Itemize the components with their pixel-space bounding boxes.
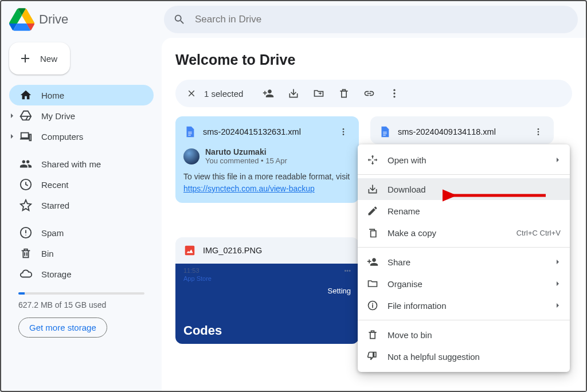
- svg-point-4: [343, 131, 345, 133]
- download-icon: [367, 183, 378, 195]
- selection-count: 1 selected: [204, 89, 243, 99]
- bin-icon: [19, 247, 32, 260]
- svg-rect-9: [185, 246, 195, 256]
- sidebar-item-bin[interactable]: Bin: [9, 243, 154, 264]
- thumb-down-icon: [367, 351, 378, 362]
- clock-icon: [19, 178, 32, 191]
- cloud-icon: [19, 268, 32, 280]
- file-more-button[interactable]: [530, 123, 547, 140]
- nav-label: Spam: [41, 228, 64, 238]
- ctx-organise[interactable]: Organise: [358, 273, 570, 295]
- comment-link[interactable]: https://synctech.com.au/view-backup: [183, 184, 315, 193]
- drive-small-icon: [19, 109, 32, 122]
- search-icon: [173, 13, 186, 26]
- nav-label: My Drive: [41, 111, 75, 121]
- avatar: [183, 148, 199, 164]
- file-card[interactable]: IMG_0216.PNG 11:53 ••• App Store Setting…: [175, 237, 359, 344]
- file-name: sms-20240409134118.xml: [398, 127, 530, 136]
- chevron-right-icon: [555, 259, 561, 265]
- logo[interactable]: Drive: [9, 8, 164, 31]
- file-icon: [378, 126, 391, 138]
- move-button[interactable]: [306, 82, 331, 105]
- comment-message: To view this file in a more readable for…: [183, 171, 351, 195]
- svg-point-6: [538, 128, 539, 130]
- preview-time: 11:53: [183, 267, 199, 274]
- app-header: Drive: [1, 1, 586, 38]
- app-title: Drive: [39, 12, 68, 27]
- shortcut: Ctrl+C Ctrl+V: [516, 229, 561, 237]
- close-icon: [186, 88, 197, 99]
- sidebar-item-my-drive[interactable]: My Drive: [9, 105, 154, 126]
- search-bar[interactable]: [164, 6, 578, 33]
- link-icon: [363, 88, 375, 99]
- ctx-move-to-bin[interactable]: Move to bin: [358, 324, 570, 346]
- chevron-right-icon: [555, 157, 561, 163]
- download-icon: [288, 88, 299, 99]
- sidebar-item-recent[interactable]: Recent: [9, 174, 154, 195]
- chevron-right-icon: [9, 134, 15, 139]
- comment-author: Naruto Uzumaki: [205, 147, 287, 156]
- ctx-rename[interactable]: Rename: [358, 200, 570, 222]
- nav-label: Home: [41, 91, 64, 100]
- folder-move-icon: [313, 88, 324, 99]
- plus-icon: [18, 52, 32, 65]
- nav-label: Starred: [41, 201, 69, 210]
- ctx-file-info[interactable]: File information: [358, 295, 570, 316]
- nav-label: Shared with me: [41, 159, 101, 169]
- info-icon: [367, 300, 378, 311]
- svg-point-3: [343, 128, 345, 130]
- file-name: IMG_0216.PNG: [203, 246, 352, 255]
- preview-appstore: App Store: [183, 275, 212, 282]
- file-more-button[interactable]: [335, 123, 352, 140]
- sidebar-item-starred[interactable]: Starred: [9, 195, 154, 215]
- pencil-icon: [367, 205, 378, 217]
- ctx-share[interactable]: Share: [358, 251, 570, 273]
- ctx-download[interactable]: Download: [358, 178, 570, 200]
- folder-icon: [367, 278, 378, 289]
- file-card[interactable]: sms-20240415132631.xml Naruto Uzumaki Yo…: [175, 116, 359, 203]
- selection-toolbar: 1 selected: [175, 80, 572, 107]
- trash-icon: [338, 88, 350, 99]
- preview-title: Codes: [183, 323, 222, 338]
- nav-label: Bin: [41, 249, 54, 258]
- open-with-icon: [367, 154, 378, 166]
- new-button[interactable]: New: [9, 42, 70, 75]
- svg-point-5: [343, 134, 345, 135]
- search-input[interactable]: [195, 14, 569, 25]
- person-add-icon: [263, 88, 274, 99]
- download-button[interactable]: [281, 82, 306, 105]
- get-more-storage-button[interactable]: Get more storage: [18, 317, 107, 338]
- file-name: sms-20240415132631.xml: [203, 127, 335, 136]
- copy-icon: [367, 227, 378, 238]
- star-icon: [19, 199, 32, 211]
- sidebar-item-spam[interactable]: Spam: [9, 222, 154, 243]
- ctx-make-copy[interactable]: Make a copy Ctrl+C Ctrl+V: [358, 222, 570, 244]
- nav-label: Computers: [41, 132, 83, 142]
- sidebar: New Home My Drive Computers: [1, 38, 162, 391]
- more-button[interactable]: [382, 82, 407, 105]
- link-button[interactable]: [357, 82, 382, 105]
- preview-settings: Setting: [328, 287, 351, 295]
- page-title: Welcome to Drive: [175, 52, 572, 68]
- person-add-icon: [367, 256, 378, 268]
- comment-sub: You commented • 15 Apr: [205, 156, 287, 165]
- sidebar-item-storage[interactable]: Storage: [9, 264, 154, 284]
- chevron-right-icon: [555, 281, 561, 287]
- delete-button[interactable]: [331, 82, 357, 105]
- sidebar-item-shared[interactable]: Shared with me: [9, 154, 154, 174]
- ctx-open-with[interactable]: Open with: [358, 149, 570, 171]
- svg-point-7: [538, 131, 539, 133]
- share-button[interactable]: [256, 82, 281, 105]
- storage-progress: [18, 292, 144, 295]
- sidebar-item-home[interactable]: Home: [9, 85, 154, 105]
- drive-logo-icon: [9, 8, 34, 31]
- image-preview: 11:53 ••• App Store Setting Codes: [175, 264, 359, 344]
- image-icon: [183, 244, 196, 257]
- more-vert-icon: [534, 127, 543, 136]
- svg-point-0: [394, 89, 396, 91]
- file-card[interactable]: sms-20240409134118.xml: [370, 116, 554, 144]
- svg-point-8: [538, 134, 539, 135]
- sidebar-item-computers[interactable]: Computers: [9, 126, 154, 147]
- clear-selection-button[interactable]: [181, 83, 202, 104]
- ctx-not-helpful[interactable]: Not a helpful suggestion: [358, 346, 570, 367]
